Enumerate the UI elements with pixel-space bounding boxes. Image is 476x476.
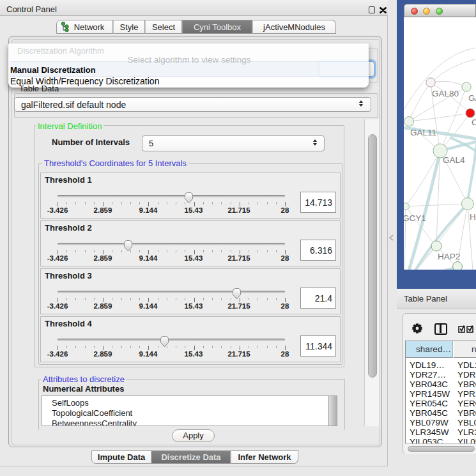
svg-text:GAL80: GAL80 — [432, 89, 459, 98]
svg-text:GA: GA — [468, 93, 476, 103]
svg-text:HAP2: HAP2 — [438, 252, 460, 261]
svg-text:GAL4: GAL4 — [443, 155, 465, 165]
svg-text:C: C — [472, 118, 476, 127]
svg-text:GCY1: GCY1 — [404, 213, 426, 223]
svg-text:GAL11: GAL11 — [410, 128, 436, 137]
svg-text:HA: HA — [470, 212, 476, 222]
